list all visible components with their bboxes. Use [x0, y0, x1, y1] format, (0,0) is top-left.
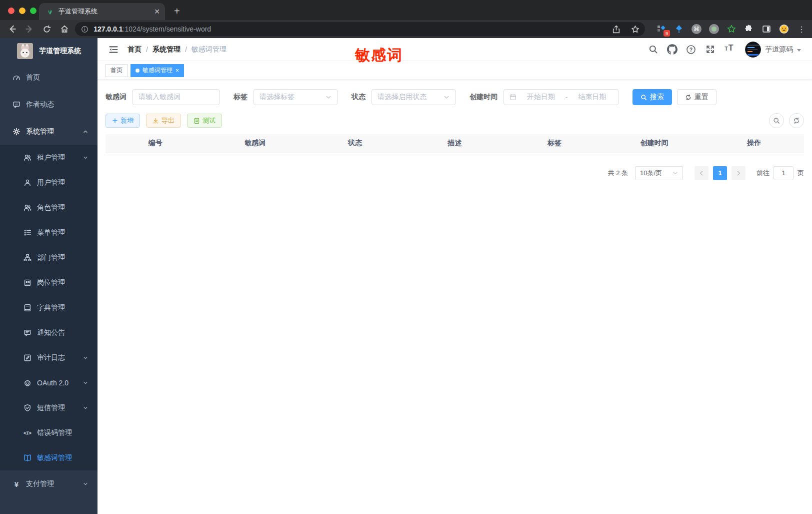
- tab-敏感词管理[interactable]: 敏感词管理×: [130, 64, 184, 77]
- sidebar-item-sms[interactable]: 短信管理: [0, 395, 98, 420]
- pagination-total: 共 2 条: [608, 169, 628, 178]
- side-panel-icon[interactable]: [761, 24, 772, 35]
- extension-dot-icon[interactable]: [708, 24, 720, 35]
- site-info-icon[interactable]: [81, 26, 88, 33]
- profile-emoji-avatar[interactable]: [778, 24, 790, 35]
- url-host: 127.0.0.1: [94, 25, 122, 33]
- sidebar-logo[interactable]: 芋道管理系统: [0, 38, 98, 64]
- test-button[interactable]: 测试: [187, 114, 222, 128]
- minimize-window-button[interactable]: [19, 8, 26, 14]
- calendar-icon: [510, 94, 516, 101]
- back-icon[interactable]: [5, 22, 18, 36]
- browser-tab[interactable]: 芋道管理系统 ✕: [39, 3, 165, 20]
- github-icon[interactable]: [666, 44, 678, 56]
- extension-green-star-icon[interactable]: [726, 24, 737, 35]
- search-button[interactable]: 搜索: [632, 89, 672, 105]
- sidebar-item-dept[interactable]: 部门管理: [0, 245, 98, 270]
- chevron-down-icon: [82, 405, 88, 411]
- keyword-input[interactable]: 请输入敏感词: [132, 89, 220, 105]
- breadcrumb-home[interactable]: 首页: [128, 45, 142, 54]
- refresh-table-button[interactable]: [789, 113, 804, 128]
- search-icon[interactable]: [647, 44, 659, 56]
- tag-select[interactable]: 请选择标签: [254, 89, 338, 105]
- tab-首页[interactable]: 首页: [106, 64, 128, 77]
- goto-page-input[interactable]: 1: [774, 166, 794, 180]
- extension-command-icon[interactable]: ⌘: [691, 24, 702, 35]
- status-select[interactable]: 请选择启用状态: [372, 89, 456, 105]
- column-header: 编号: [106, 134, 206, 153]
- toggle-search-button[interactable]: [769, 113, 784, 128]
- column-header: 创建时间: [604, 134, 704, 153]
- export-button[interactable]: 导出: [146, 114, 181, 128]
- url-bar[interactable]: 127.0.0.1:1024/system/sensitive-word: [75, 22, 645, 36]
- sidebar-item-role[interactable]: 角色管理: [0, 195, 98, 220]
- pagination: 共 2 条 10条/页 1 前往 1 页: [106, 166, 804, 180]
- sidebar-item-sensitive-word[interactable]: 敏感词管理: [0, 445, 98, 470]
- sidebar-collapse-icon[interactable]: [108, 45, 118, 55]
- close-window-button[interactable]: [8, 8, 14, 14]
- sidebar-item-audit-log[interactable]: 审计日志: [0, 345, 98, 370]
- dashboard-icon: [12, 74, 21, 82]
- sidebar-item-dict[interactable]: 字典管理: [0, 295, 98, 320]
- user-menu[interactable]: 芋道源码: [745, 42, 801, 58]
- reload-icon[interactable]: [40, 22, 54, 36]
- forward-icon[interactable]: [22, 22, 36, 36]
- close-icon[interactable]: ×: [176, 68, 179, 74]
- sidebar-item-label: 通知公告: [37, 328, 88, 337]
- page-size-select[interactable]: 10条/页: [635, 166, 683, 180]
- next-page-button[interactable]: [732, 166, 746, 180]
- share-icon[interactable]: [609, 22, 623, 36]
- sidebar-item-post[interactable]: 岗位管理: [0, 270, 98, 295]
- peoples-icon: [23, 154, 32, 162]
- sidebar-item-tenant[interactable]: 租户管理: [0, 145, 98, 170]
- sidebar-item-error-code[interactable]: </>错误码管理: [0, 420, 98, 445]
- sidebar-item-home[interactable]: 首页: [0, 64, 98, 91]
- zoom-window-button[interactable]: [30, 8, 36, 14]
- breadcrumb-system[interactable]: 系统管理: [152, 45, 180, 54]
- date-end-placeholder: 结束日期: [572, 93, 612, 102]
- prev-page-button[interactable]: [694, 166, 708, 180]
- bookmark-star-icon[interactable]: [628, 22, 642, 36]
- tab-close-icon[interactable]: ✕: [154, 8, 160, 16]
- sidebar-item-oauth[interactable]: OAuth 2.0: [0, 370, 98, 395]
- extension-grid-icon[interactable]: 9: [656, 24, 667, 35]
- chevron-down-icon: [444, 94, 450, 100]
- tab-label: 敏感词管理: [142, 66, 172, 75]
- date-range-picker[interactable]: 开始日期 - 结束日期: [504, 89, 618, 105]
- sidebar-item-label: 用户管理: [37, 178, 88, 187]
- page-number-button[interactable]: 1: [713, 166, 727, 180]
- sidebar-item-system[interactable]: 系统管理: [0, 118, 98, 145]
- chrome-menu-dots-icon[interactable]: ⋮: [796, 24, 807, 35]
- message-icon: [12, 101, 21, 109]
- extension-kite-icon[interactable]: [674, 24, 684, 35]
- open-book-icon: [23, 454, 32, 462]
- breadcrumb-separator: /: [146, 46, 148, 54]
- sidebar-item-user[interactable]: 用户管理: [0, 170, 98, 195]
- status-label: 状态: [352, 93, 366, 102]
- chevron-up-icon: [82, 129, 88, 135]
- add-button[interactable]: 新增: [106, 114, 140, 128]
- font-size-icon[interactable]: TT: [723, 44, 735, 56]
- help-icon[interactable]: ?: [685, 44, 697, 56]
- org-tree-icon: [23, 254, 32, 262]
- sidebar-item-label: OAuth 2.0: [37, 379, 82, 387]
- sidebar-item-notice[interactable]: 通知公告: [0, 320, 98, 345]
- sms-shield-icon: [23, 404, 32, 412]
- sidebar-item-author[interactable]: 作者动态: [0, 91, 98, 118]
- sidebar-item-label: 敏感词管理: [37, 453, 88, 462]
- notice-icon: [23, 329, 32, 337]
- breadcrumb-current: 敏感词管理: [192, 45, 226, 54]
- gear-icon: [12, 128, 21, 136]
- fullscreen-icon[interactable]: [704, 44, 716, 56]
- browser-tab-title: 芋道管理系统: [58, 7, 150, 16]
- home-icon[interactable]: [58, 22, 71, 36]
- caret-down-icon: [797, 49, 801, 52]
- extensions-puzzle-icon[interactable]: [744, 24, 754, 35]
- data-table: 编号敏感词状态描述标签创建时间操作: [106, 134, 804, 153]
- sidebar-item-menu[interactable]: 菜单管理: [0, 220, 98, 245]
- new-tab-button[interactable]: +: [174, 6, 180, 20]
- sidebar-item-pay[interactable]: ¥支付管理: [0, 470, 98, 497]
- reset-button[interactable]: 重置: [677, 89, 716, 105]
- traffic-lights: [8, 8, 36, 14]
- sidebar-item-label: 短信管理: [37, 403, 82, 412]
